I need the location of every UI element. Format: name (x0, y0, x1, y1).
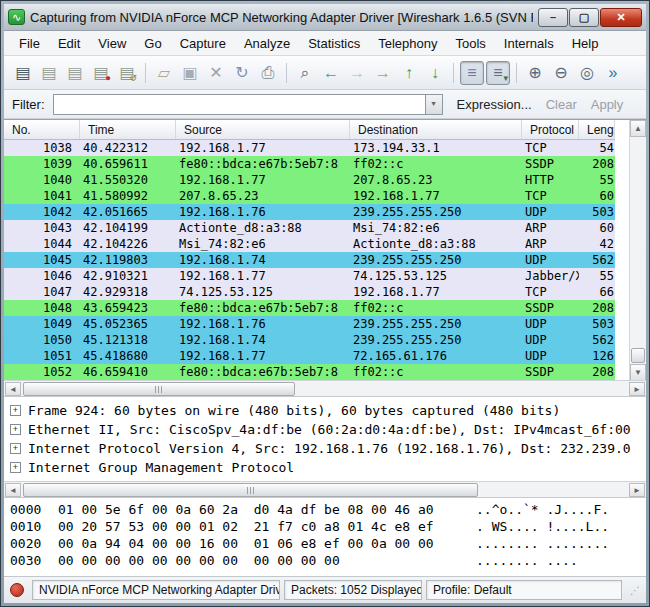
zoom-100-button[interactable]: ◎ (575, 61, 599, 85)
packet-row[interactable]: 105145.418680192.168.1.7772.165.61.176UD… (4, 348, 615, 364)
scroll-right-arrow-icon[interactable]: ► (629, 483, 645, 497)
cell-destination: ff02::c (350, 300, 522, 316)
packet-row[interactable]: 103940.659611fe80::bdca:e67b:5eb7:8ff02:… (4, 156, 615, 172)
detail-line[interactable]: +Internet Protocol Version 4, Src: 192.1… (10, 439, 646, 458)
details-horizontal-scrollbar[interactable]: ◄ ► (4, 481, 646, 498)
menu-item-file[interactable]: File (10, 33, 49, 54)
column-header-source[interactable]: Source (176, 120, 350, 139)
cell-no: 1040 (4, 172, 80, 188)
minimize-button[interactable]: – (538, 8, 568, 27)
go-to-bottom-button[interactable]: ↓ (423, 61, 447, 85)
title-bar[interactable]: ∿ Capturing from NVIDIA nForce MCP Netwo… (4, 4, 646, 31)
go-forward-button[interactable]: → (345, 61, 369, 85)
capture-options-button[interactable]: ▤ (37, 61, 61, 85)
close-button[interactable]: ✕ (600, 8, 642, 27)
stop-capture-button[interactable]: ▤● (89, 61, 113, 85)
menu-item-tools[interactable]: Tools (446, 33, 494, 54)
autoscroll-toggle[interactable]: ≡▾ (486, 61, 510, 85)
packet-row[interactable]: 104242.051665192.168.1.76239.255.255.250… (4, 204, 615, 220)
menu-item-analyze[interactable]: Analyze (235, 33, 299, 54)
reload-capture-button[interactable]: ↻ (230, 61, 254, 85)
filter-label: Filter: (12, 97, 45, 112)
menu-item-telephony[interactable]: Telephony (369, 33, 446, 54)
column-header-destination[interactable]: Destination (350, 120, 522, 139)
column-header-length[interactable]: Length (579, 120, 615, 139)
hex-row[interactable]: 001000 20 57 53 00 00 01 02 21 f7 c0 a8 … (10, 519, 646, 536)
menu-item-help[interactable]: Help (563, 33, 608, 54)
packet-row[interactable]: 104442.104226Msi_74:82:e6Actionte_d8:a3:… (4, 236, 615, 252)
menu-item-internals[interactable]: Internals (495, 33, 563, 54)
zoom-in-button[interactable]: ⊕ (523, 61, 547, 85)
expand-plus-icon[interactable]: + (10, 462, 21, 473)
go-to-top-button[interactable]: ↑ (397, 61, 421, 85)
packet-row[interactable]: 104342.104199Actionte_d8:a3:88Msi_74:82:… (4, 220, 615, 236)
go-back-button[interactable]: ← (319, 61, 343, 85)
packet-list-horizontal-scrollbar[interactable]: ◄ ► (4, 380, 646, 397)
scroll-up-arrow-icon[interactable]: ▲ (630, 120, 646, 137)
detail-line[interactable]: +Frame 924: 60 bytes on wire (480 bits),… (10, 401, 646, 420)
menu-item-view[interactable]: View (89, 33, 135, 54)
packet-row[interactable]: 105246.659410fe80::bdca:e67b:5eb7:8ff02:… (4, 364, 615, 380)
cell-source: 207.8.65.23 (176, 188, 350, 204)
apply-button[interactable]: Apply (591, 97, 624, 112)
cell-destination: 239.255.255.250 (350, 332, 522, 348)
restart-capture-button[interactable]: ▤↺ (115, 61, 139, 85)
packet-row[interactable]: 104141.580992207.8.65.23192.168.1.77TCP6… (4, 188, 615, 204)
go-to-packet-button[interactable]: → (371, 61, 395, 85)
vertical-scrollbar-thumb[interactable] (631, 348, 645, 363)
horizontal-scrollbar-thumb[interactable] (23, 382, 295, 396)
packet-row[interactable]: 104742.92931874.125.53.125192.168.1.77TC… (4, 284, 615, 300)
list-interfaces-button[interactable]: ▤ (11, 61, 35, 85)
packet-row[interactable]: 104945.052365192.168.1.76239.255.255.250… (4, 316, 615, 332)
maximize-button[interactable]: ▢ (569, 8, 599, 27)
colorize-toggle[interactable]: ≡ (460, 61, 484, 85)
packet-list-vertical-scrollbar[interactable]: ▲ ▼ (629, 120, 646, 381)
packet-row[interactable]: 105045.121318192.168.1.74239.255.255.250… (4, 332, 615, 348)
menu-item-go[interactable]: Go (135, 33, 170, 54)
packet-row[interactable]: 104041.550320192.168.1.77207.8.65.23HTTP… (4, 172, 615, 188)
filter-input[interactable] (53, 94, 425, 115)
open-capture-button[interactable]: ▱ (152, 61, 176, 85)
expand-plus-icon[interactable]: + (10, 443, 21, 454)
clear-button[interactable]: Clear (546, 97, 577, 112)
scroll-down-arrow-icon[interactable]: ▼ (630, 364, 646, 381)
detail-line[interactable]: +Ethernet II, Src: CiscoSpv_4a:df:be (60… (10, 420, 646, 439)
zoom-out-button[interactable]: ⊖ (549, 61, 573, 85)
packet-row[interactable]: 103840.422312192.168.1.77173.194.33.1TCP… (4, 140, 615, 156)
cell-source: fe80::bdca:e67b:5eb7:8 (176, 364, 350, 380)
menu-item-edit[interactable]: Edit (49, 33, 89, 54)
horizontal-scrollbar-thumb[interactable] (23, 483, 478, 497)
menu-item-statistics[interactable]: Statistics (299, 33, 369, 54)
column-header-no[interactable]: No. (4, 120, 80, 139)
hex-offset: 0020 (10, 536, 58, 553)
toolbar-overflow-button[interactable]: » (601, 61, 625, 85)
filter-dropdown-button[interactable]: ▼ (425, 94, 443, 115)
resize-grip-icon[interactable]: ⋰ (630, 585, 640, 596)
scroll-right-arrow-icon[interactable]: ► (629, 382, 645, 396)
cell-length: 55 (579, 268, 615, 284)
packet-row[interactable]: 104542.119803192.168.1.74239.255.255.250… (4, 252, 615, 268)
detail-line[interactable]: +Internet Group Management Protocol (10, 458, 646, 477)
close-capture-button[interactable]: ✕ (204, 61, 228, 85)
status-capture-source: NVIDIA nForce MCP Networking Adapter Dri… (32, 580, 280, 600)
save-capture-button[interactable]: ▣ (178, 61, 202, 85)
scroll-left-arrow-icon[interactable]: ◄ (5, 483, 21, 497)
hex-row[interactable]: 003000 00 00 00 00 00 00 00 00 00 00 00.… (10, 553, 646, 570)
print-button[interactable]: ⎙ (256, 61, 280, 85)
scroll-left-arrow-icon[interactable]: ◄ (5, 382, 21, 396)
packet-row[interactable]: 104843.659423fe80::bdca:e67b:5eb7:8ff02:… (4, 300, 615, 316)
find-packet-button[interactable]: ⌕ (293, 61, 317, 85)
packet-row[interactable]: 104642.910321192.168.1.7774.125.53.125Ja… (4, 268, 615, 284)
menu-item-capture[interactable]: Capture (171, 33, 235, 54)
column-header-time[interactable]: Time (80, 120, 176, 139)
expand-plus-icon[interactable]: + (10, 424, 21, 435)
hex-row[interactable]: 002000 0a 94 04 00 00 16 00 01 06 e8 ef … (10, 536, 646, 553)
expand-plus-icon[interactable]: + (10, 405, 21, 416)
expert-info-icon[interactable] (10, 583, 24, 597)
expression-button[interactable]: Expression... (457, 97, 532, 112)
hex-row[interactable]: 000001 00 5e 6f 00 0a 60 2a d0 4a df be … (10, 502, 646, 519)
arrow-bottom-icon: ↓ (431, 65, 439, 81)
cell-source: Actionte_d8:a3:88 (176, 220, 350, 236)
start-capture-button[interactable]: ▤ (63, 61, 87, 85)
column-header-protocol[interactable]: Protocol (522, 120, 579, 139)
